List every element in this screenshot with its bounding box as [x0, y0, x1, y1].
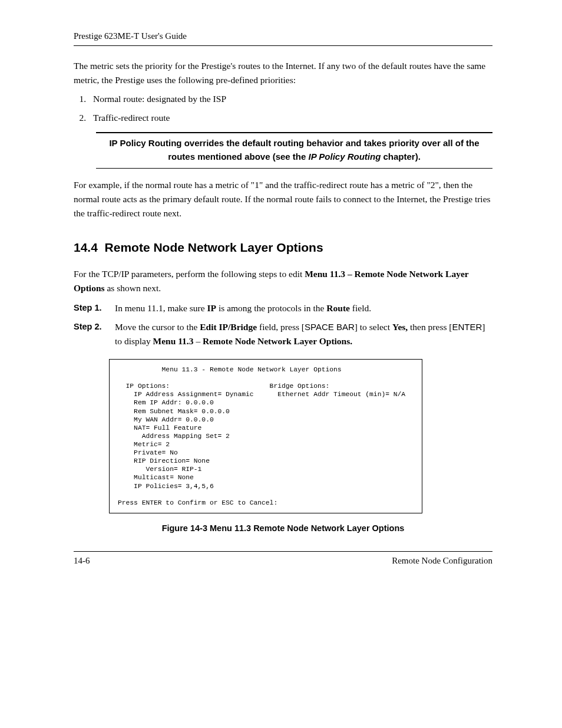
- figure-caption: Figure 14-3 Menu 11.3 Remote Node Networ…: [74, 522, 492, 535]
- section-heading: 14.4 Remote Node Network Layer Options: [74, 238, 492, 258]
- section-lead: For the TCP/IP parameters, perform the f…: [74, 267, 492, 295]
- example-paragraph: For example, if the normal route has a m…: [74, 178, 492, 220]
- step-row: Step 1.In menu 11.1, make sure IP is amo…: [74, 301, 492, 315]
- priorities-list: Normal route: designated by the ISP Traf…: [74, 92, 492, 125]
- callout-text: chapter).: [381, 151, 421, 162]
- footer-page-number: 14-6: [74, 554, 90, 568]
- step-label: Step 2.: [74, 320, 115, 333]
- step-label: Step 1.: [74, 301, 115, 314]
- list-item: Normal route: designated by the ISP: [88, 92, 492, 106]
- section-number: 14.4: [74, 241, 98, 254]
- step-body: In menu 11.1, make sure IP is among the …: [115, 301, 492, 315]
- page-header: Prestige 623ME-T User's Guide: [74, 29, 492, 46]
- section-title: Remote Node Network Layer Options: [105, 241, 323, 254]
- step-row: Step 2.Move the cursor to the Edit IP/Br…: [74, 320, 492, 348]
- intro-paragraph: The metric sets the priority for the Pre…: [74, 59, 492, 87]
- list-item: Traffic-redirect route: [88, 111, 492, 125]
- terminal-screenshot: Menu 11.3 - Remote Node Network Layer Op…: [109, 359, 422, 513]
- callout-note: IP Policy Routing overrides the default …: [96, 132, 492, 169]
- steps-container: Step 1.In menu 11.1, make sure IP is amo…: [74, 301, 492, 348]
- footer-section-name: Remote Node Configuration: [392, 554, 492, 568]
- page-footer: 14-6 Remote Node Configuration: [74, 551, 492, 568]
- callout-italic: IP Policy Routing: [309, 151, 381, 162]
- callout-text: IP Policy Routing overrides the default …: [109, 138, 479, 162]
- step-body: Move the cursor to the Edit IP/Bridge fi…: [115, 320, 492, 348]
